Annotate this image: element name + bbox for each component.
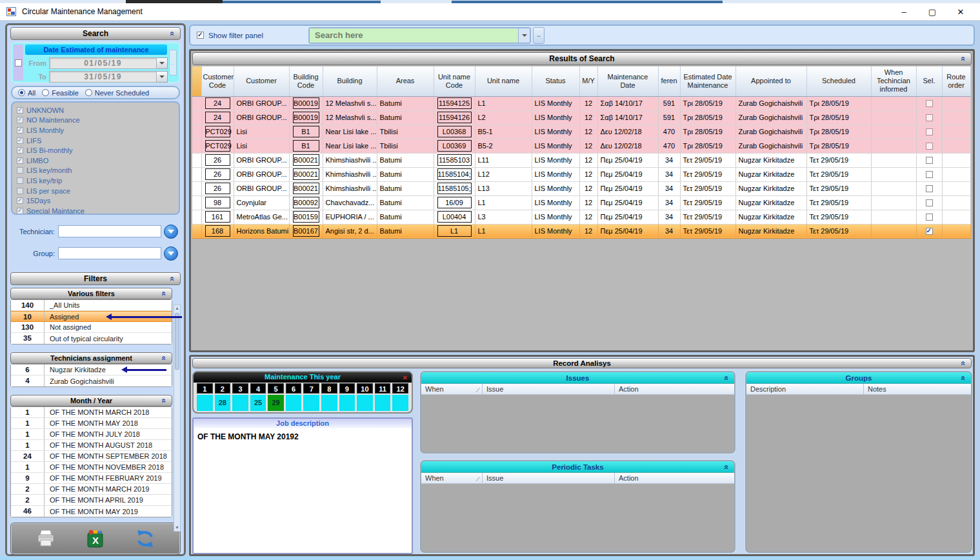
- results-row[interactable]: 26ORBI GROUP...B00021Khimshiashvili ...B…: [192, 153, 970, 167]
- from-date-field[interactable]: 01/05/19: [49, 57, 157, 69]
- column-header[interactable]: Areas: [377, 66, 434, 96]
- periodic-issue-column[interactable]: Issue: [483, 473, 615, 483]
- collapse-icon[interactable]: [160, 290, 168, 297]
- collapse-icon[interactable]: [160, 397, 168, 405]
- month-column[interactable]: 12: [392, 383, 408, 411]
- scope-radio-never-scheduled[interactable]: Never Scheduled: [85, 89, 149, 97]
- sel-checkbox[interactable]: [926, 128, 933, 135]
- month-column[interactable]: 7: [303, 383, 319, 411]
- date-more-button[interactable]: ..: [169, 50, 177, 75]
- results-row[interactable]: PCT029LisiB1Near Lisi lake ...TbilisiL00…: [192, 125, 970, 139]
- month-column[interactable]: 3: [232, 383, 248, 411]
- sel-checkbox[interactable]: [926, 100, 933, 107]
- month-column[interactable]: 10: [357, 383, 373, 411]
- type-filter-item[interactable]: UNKNOWN: [17, 105, 179, 115]
- search-input[interactable]: [310, 28, 518, 43]
- month-year-row[interactable]: 1OF THE MONTH AUGUST 2018: [11, 440, 172, 451]
- search-dropdown-button[interactable]: [518, 28, 530, 43]
- results-row[interactable]: 26ORBI GROUP...B00021Khimshiashvili ...B…: [192, 181, 970, 195]
- scrollbar-thumb[interactable]: [175, 313, 179, 370]
- results-row[interactable]: 24ORBI GROUP...B0001912 Melashvli s...Ba…: [192, 96, 970, 110]
- from-date-dropdown-button[interactable]: [157, 57, 168, 69]
- month-year-row[interactable]: 24OF THE MONTH SEPTEMBER 2018: [11, 451, 172, 462]
- various-filters-header[interactable]: Various filters: [10, 288, 172, 299]
- month-year-header[interactable]: Month / Year: [10, 395, 172, 406]
- close-button[interactable]: ✕: [946, 3, 975, 21]
- collapse-icon[interactable]: [959, 359, 967, 367]
- results-header[interactable]: Results of Search: [192, 52, 972, 65]
- month-column[interactable]: 1: [197, 383, 213, 411]
- sel-checkbox[interactable]: [926, 171, 933, 178]
- issues-issue-column[interactable]: Issue: [483, 384, 615, 394]
- issues-action-column[interactable]: Action: [615, 384, 734, 394]
- column-header[interactable]: Appointed to: [735, 66, 806, 96]
- type-filter-item[interactable]: 15Days: [17, 195, 179, 206]
- month-column[interactable]: 9: [339, 383, 355, 411]
- month-year-row[interactable]: 1OF THE MONTH MAY 2018: [11, 418, 172, 429]
- technician-dropdown-button[interactable]: [164, 225, 178, 239]
- export-excel-button[interactable]: X: [81, 526, 110, 552]
- search-more-button[interactable]: ..: [533, 27, 545, 44]
- sel-checkbox[interactable]: [926, 143, 933, 150]
- to-date-dropdown-button[interactable]: [157, 71, 168, 83]
- results-row[interactable]: 161MetroAtlas Ge...B00159EUPHORIA / ...B…: [192, 210, 970, 224]
- collapse-icon[interactable]: [723, 374, 730, 382]
- scope-radio-all[interactable]: All: [18, 89, 35, 97]
- results-row[interactable]: 24ORBI GROUP...B0001912 Melashvli s...Ba…: [192, 110, 970, 125]
- group-input[interactable]: [58, 247, 161, 259]
- periodic-action-column[interactable]: Action: [615, 473, 734, 483]
- scroll-down-icon[interactable]: ▼: [174, 525, 180, 531]
- type-filter-item[interactable]: LIFS: [17, 135, 179, 146]
- to-date-field[interactable]: 31/05/19: [49, 71, 157, 83]
- column-header[interactable]: Route order: [942, 66, 970, 96]
- collapse-icon[interactable]: [959, 55, 967, 63]
- column-header[interactable]: Building: [323, 66, 377, 96]
- type-filter-item[interactable]: LIS key/month: [17, 166, 179, 176]
- type-filter-item[interactable]: LIS per space: [17, 186, 179, 196]
- job-description-text[interactable]: OF THE MONTH MAY 20192: [194, 428, 412, 445]
- month-column[interactable]: 228: [215, 383, 231, 411]
- results-row[interactable]: 98CoynjularB00092Chavchavadz...Batumi16/…: [192, 195, 970, 210]
- column-header[interactable]: Maintenance Date: [597, 66, 658, 96]
- various-filter-row[interactable]: 130Not assigned: [11, 322, 172, 333]
- refresh-button[interactable]: [130, 526, 160, 552]
- type-filter-item[interactable]: LIS Monthly: [17, 125, 179, 135]
- sel-checkbox[interactable]: [926, 157, 933, 164]
- column-header[interactable]: feren: [658, 66, 680, 96]
- show-filter-panel-checkbox[interactable]: [197, 32, 204, 39]
- column-header[interactable]: Unit name Code: [434, 66, 475, 96]
- column-header[interactable]: Status: [532, 66, 579, 96]
- sel-checkbox[interactable]: [926, 228, 933, 235]
- maximize-button[interactable]: ▢: [918, 3, 946, 21]
- search-panel-header[interactable]: Search: [10, 27, 181, 40]
- sel-checkbox[interactable]: [926, 114, 933, 121]
- collapse-icon[interactable]: [160, 354, 168, 362]
- type-filter-item[interactable]: NO Maintenance: [17, 115, 179, 126]
- date-filter-checkbox[interactable]: [15, 59, 22, 66]
- month-column[interactable]: 11: [375, 383, 391, 411]
- column-header[interactable]: Customer: [234, 66, 289, 96]
- column-header[interactable]: When Techincian informed: [871, 66, 916, 96]
- technicians-assignment-header[interactable]: Technicians assignment: [10, 352, 172, 364]
- month-year-row[interactable]: 1OF THE MONTH JULY 2018: [11, 429, 172, 440]
- sel-checkbox[interactable]: [926, 214, 933, 221]
- scroll-up-icon[interactable]: ▲: [174, 305, 180, 312]
- type-filter-item[interactable]: LIS key/trip: [17, 175, 179, 186]
- technician-row[interactable]: 4Zurab Gogichaishvili: [11, 375, 172, 386]
- type-filter-item[interactable]: LIMBO: [17, 155, 179, 166]
- various-filter-row[interactable]: 10Assigned: [11, 311, 172, 322]
- results-row[interactable]: 26ORBI GROUP...B00021Khimshiashvili ...B…: [192, 167, 970, 181]
- column-header[interactable]: Estimated Date Maintenance: [680, 66, 735, 96]
- column-header[interactable]: M/Y: [579, 66, 597, 96]
- various-filter-row[interactable]: 140_All Units: [11, 300, 172, 311]
- minimize-button[interactable]: –: [890, 3, 918, 21]
- scope-radio-feasible[interactable]: Feasible: [42, 89, 79, 97]
- collapse-icon[interactable]: [168, 30, 176, 37]
- sel-checkbox[interactable]: [926, 185, 933, 192]
- periodic-when-column[interactable]: When∕: [421, 473, 483, 483]
- month-column[interactable]: 8: [321, 383, 337, 411]
- column-header[interactable]: Unit name: [475, 66, 532, 96]
- month-year-row[interactable]: 1OF THE MONTH MARCH 2018: [11, 407, 172, 418]
- results-row[interactable]: 168Horizons BatumiB00167Angisi str, 2 d.…: [192, 224, 970, 238]
- collapse-icon[interactable]: [959, 374, 967, 382]
